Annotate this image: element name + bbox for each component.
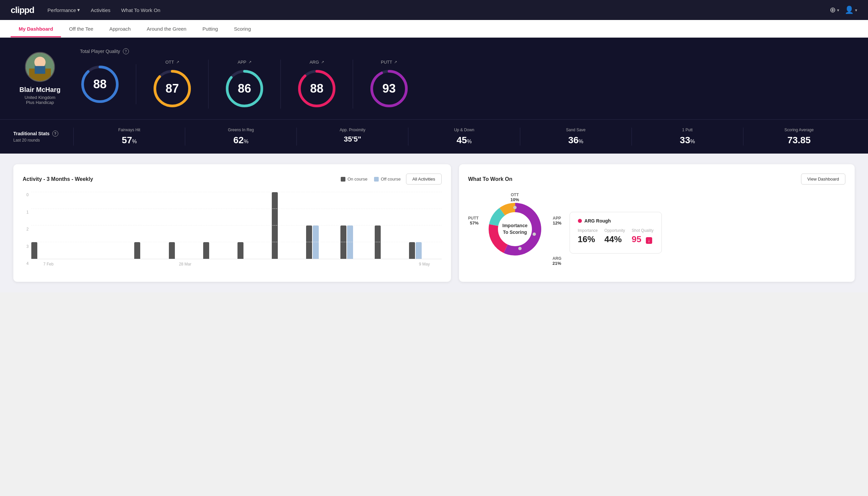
score-overall: 88 [80, 64, 136, 104]
stat-app-proximity-value: 35'5" [344, 135, 361, 143]
bar-offcourse-8 [313, 226, 319, 259]
nav-activities[interactable]: Activities [91, 7, 110, 13]
scores-grid: 88 OTT ↗ 87 AP [80, 60, 855, 109]
legend-oncourse: On course [341, 176, 367, 182]
app-arrow-icon: ↗ [249, 60, 251, 64]
score-putt-label: PUTT ↗ [381, 60, 397, 65]
stat-updown-value: 45% [457, 135, 472, 145]
tab-off-the-tee[interactable]: Off the Tee [61, 20, 101, 37]
gridline-4 [31, 192, 442, 192]
circle-putt: 93 [369, 68, 409, 109]
activity-card: Activity - 3 Months - Weekly On course O… [13, 164, 451, 282]
stats-bar: Traditional Stats ? Last 20 rounds Fairw… [0, 119, 868, 154]
arg-shot-quality-value: 95 ↓ [632, 234, 653, 245]
info-icon[interactable]: ? [123, 48, 129, 54]
player-handicap: Plus Handicap [26, 100, 54, 105]
circle-arg: 88 [297, 68, 337, 109]
bar-group-5 [203, 242, 236, 259]
tab-bar: My Dashboard Off the Tee Approach Around… [0, 20, 868, 37]
bar-oncourse-10 [375, 226, 381, 259]
arg-opportunity: Opportunity 44% [604, 228, 625, 245]
gridline-2 [31, 225, 442, 226]
chart-y-labels: 4 3 2 1 0 [23, 192, 29, 266]
tab-approach[interactable]: Approach [101, 20, 139, 37]
bar-oncourse-3 [134, 242, 140, 259]
stat-sand-save: Sand Save 36% [520, 128, 632, 145]
stats-label: Traditional Stats ? [13, 130, 73, 137]
nav-performance[interactable]: Performance ▾ [48, 7, 80, 13]
stats-info-icon[interactable]: ? [52, 130, 58, 137]
app-logo[interactable]: clippd [11, 5, 34, 15]
stat-scoring-average: Scoring Average 73.85 [743, 128, 855, 145]
svg-text:To Scoring: To Scoring [503, 230, 526, 235]
stat-app-proximity: App. Proximity 35'5" [297, 128, 408, 145]
arg-info-card: ARG Rough Importance 16% Opportunity 44%… [570, 212, 662, 253]
stat-greens-value: 62% [234, 135, 249, 145]
scores-section: Total Player Quality ? 88 OTT ↗ [80, 48, 855, 109]
player-country: United Kingdom [25, 95, 56, 100]
ott-arrow-icon: ↗ [176, 60, 179, 64]
view-dashboard-button[interactable]: View Dashboard [801, 173, 845, 185]
stat-fairways-value: 57% [122, 135, 137, 145]
all-activities-button[interactable]: All Activities [406, 173, 442, 185]
score-ott-label: OTT ↗ [165, 60, 179, 65]
activity-card-header: Activity - 3 Months - Weekly On course O… [23, 173, 442, 185]
label-putt: PUTT 57% [468, 216, 479, 226]
bar-oncourse-8 [306, 226, 312, 259]
what-to-work-on-card: What To Work On View Dashboard OTT 10% A… [459, 164, 855, 282]
bar-group-11 [409, 242, 441, 259]
arg-dot-icon [578, 219, 582, 223]
activity-legend: On course Off course [341, 176, 401, 182]
tab-scoring[interactable]: Scoring [226, 20, 259, 37]
stat-scoring-value: 73.85 [787, 135, 811, 145]
arg-shot-quality: Shot Quality 95 ↓ [632, 228, 653, 245]
tab-around-the-green[interactable]: Around the Green [139, 20, 194, 37]
gridline-3 [31, 208, 442, 209]
arg-opportunity-value: 44% [604, 234, 625, 245]
main-content: Activity - 3 Months - Weekly On course O… [0, 154, 868, 293]
bar-group-4 [169, 242, 201, 259]
score-arg: ARG ↗ 88 [281, 60, 353, 109]
label-app: APP 12% [553, 216, 561, 226]
bar-oncourse-6 [237, 242, 243, 259]
svg-text:Importance: Importance [502, 223, 527, 228]
svg-point-23 [518, 247, 522, 250]
label-arg: ARG 21% [553, 256, 562, 266]
score-ott: OTT ↗ 87 [136, 60, 208, 109]
legend-offcourse: Off course [374, 176, 401, 182]
stat-sandsave-value: 36% [568, 135, 583, 145]
bar-group-9 [341, 226, 373, 259]
stats-items: Fairways Hit 57% Greens In Reg 62% App. … [73, 128, 855, 145]
bar-oncourse-0 [31, 242, 37, 259]
player-info: Blair McHarg United Kingdom Plus Handica… [13, 52, 67, 105]
bar-group-0 [31, 242, 64, 259]
stat-fairways-hit: Fairways Hit 57% [73, 128, 185, 145]
bar-group-6 [237, 242, 270, 259]
arg-metrics: Importance 16% Opportunity 44% Shot Qual… [578, 228, 653, 245]
bar-offcourse-11 [416, 242, 422, 259]
bars-row [31, 192, 442, 259]
circle-ott: 87 [152, 68, 192, 109]
circle-overall: 88 [80, 64, 120, 104]
bar-group-7 [272, 192, 304, 259]
add-button[interactable]: ⊕ ▾ [830, 6, 839, 14]
stat-oneputt-value: 33% [680, 135, 695, 145]
down-arrow-icon: ↓ [646, 237, 652, 244]
tab-putting[interactable]: Putting [194, 20, 226, 37]
user-menu-button[interactable]: 👤 ▾ [845, 6, 857, 14]
nav-what-to-work-on[interactable]: What To Work On [121, 7, 160, 13]
bar-group-10 [375, 226, 407, 259]
bar-oncourse-5 [203, 242, 209, 259]
tab-my-dashboard[interactable]: My Dashboard [11, 20, 61, 37]
score-arg-label: ARG ↗ [310, 60, 324, 65]
nav-links: Performance ▾ Activities What To Work On [48, 7, 816, 13]
hero-section: Blair McHarg United Kingdom Plus Handica… [0, 37, 868, 119]
bar-oncourse-4 [169, 242, 175, 259]
legend-offcourse-dot [374, 177, 379, 182]
legend-oncourse-dot [341, 177, 345, 182]
arg-card-title: ARG Rough [578, 218, 653, 223]
arg-arrow-icon: ↗ [321, 60, 324, 64]
x-labels: 7 Feb 28 Mar 9 May [31, 262, 442, 266]
bar-oncourse-11 [409, 242, 415, 259]
donut-svg: Importance To Scoring [485, 199, 545, 259]
